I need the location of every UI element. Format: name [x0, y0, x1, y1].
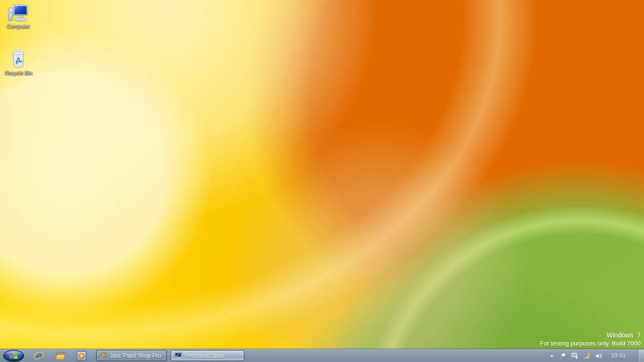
- watermark-line1: Windows 7: [540, 331, 641, 339]
- quicklaunch-windows-media-player[interactable]: [76, 351, 87, 361]
- desktop-icon-label: Recycle Bin: [0, 70, 37, 76]
- notification-area: 19:43: [548, 349, 638, 362]
- computer-icon: [7, 3, 30, 23]
- network-plug-icon[interactable]: [571, 352, 579, 360]
- taskbar-button-label: Personalization: [185, 353, 224, 359]
- show-hidden-icons-chevron[interactable]: [548, 352, 556, 360]
- watermark-line2: For testing purposes only. Build 7000: [540, 339, 641, 347]
- action-center-flag-icon[interactable]: [560, 352, 568, 360]
- desktop-icon-label: Computer: [0, 24, 37, 30]
- taskbar-button-jasc-paint-shop-pro[interactable]: Jasc Paint Shop Pro -...: [96, 350, 167, 361]
- internet-explorer-icon: e: [33, 351, 44, 361]
- desktop[interactable]: Computer Recycle Bin Windows 7 For testi…: [0, 0, 644, 362]
- windows-explorer-icon: [55, 351, 66, 361]
- quicklaunch-windows-explorer[interactable]: [55, 351, 66, 361]
- desktop-icon-computer[interactable]: Computer: [0, 3, 37, 30]
- quicklaunch-internet-explorer[interactable]: e: [33, 351, 44, 361]
- build-watermark: Windows 7 For testing purposes only. Bui…: [540, 331, 641, 347]
- start-button[interactable]: [3, 350, 25, 362]
- show-desktop-button[interactable]: [638, 349, 644, 362]
- recycle-bin-icon: [7, 48, 30, 69]
- wireless-signal-icon[interactable]: [583, 352, 591, 360]
- windows-media-player-icon: [76, 351, 87, 361]
- personalization-monitor-icon: [174, 352, 182, 360]
- paint-shop-pro-palette-icon: [99, 352, 107, 360]
- taskbar-button-label: Jasc Paint Shop Pro -...: [110, 353, 162, 359]
- windows-start-orb-icon: [3, 350, 25, 362]
- volume-icon[interactable]: [595, 352, 603, 360]
- taskbar-button-personalization[interactable]: Personalization: [171, 350, 244, 361]
- taskbar: e: [0, 349, 644, 362]
- desktop-icon-recycle-bin[interactable]: Recycle Bin: [0, 48, 37, 76]
- taskbar-clock[interactable]: 19:43: [611, 353, 625, 359]
- wallpaper: [0, 0, 644, 362]
